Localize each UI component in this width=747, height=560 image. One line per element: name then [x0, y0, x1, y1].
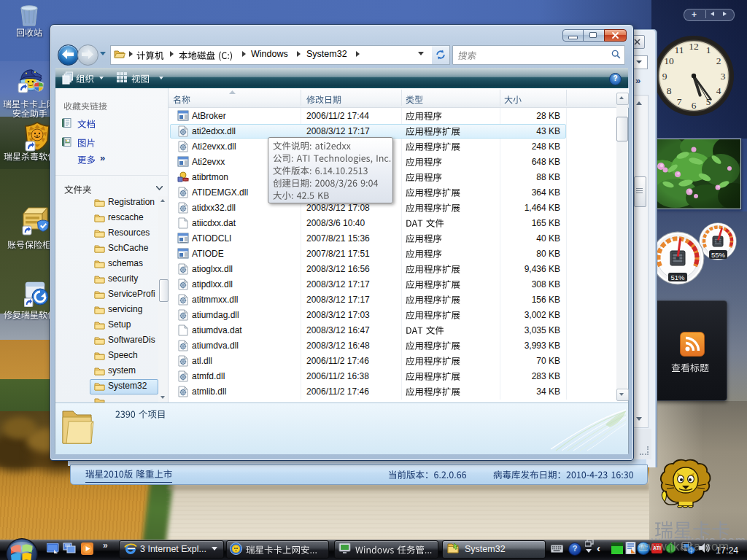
- svg-text:55%: 55%: [711, 251, 726, 259]
- svg-text:6: 6: [692, 100, 697, 111]
- svg-text:11: 11: [675, 44, 684, 55]
- svg-text:8: 8: [667, 85, 672, 96]
- svg-text:7: 7: [677, 96, 682, 107]
- svg-text:9: 9: [662, 71, 667, 82]
- svg-text:2: 2: [716, 55, 721, 66]
- svg-text:4: 4: [716, 85, 721, 96]
- svg-text:51%: 51%: [670, 273, 685, 281]
- svg-text:3: 3: [721, 71, 726, 82]
- svg-text:10: 10: [664, 55, 674, 66]
- svg-text:12: 12: [689, 41, 699, 52]
- svg-text:1: 1: [706, 44, 711, 55]
